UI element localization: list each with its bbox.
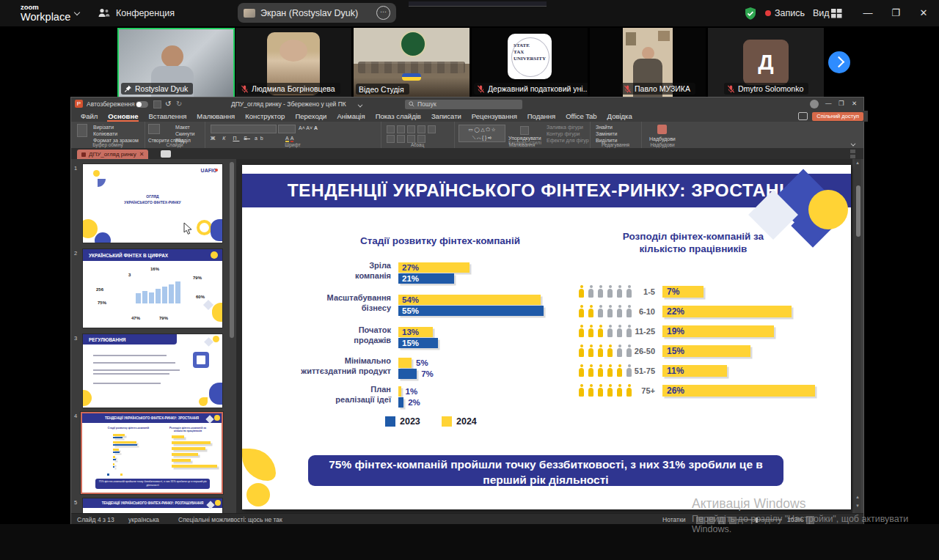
font-color-buttons[interactable]: A A [285,135,293,141]
grow-font-button[interactable]: A˄ A˅ 𝐀 [299,125,318,131]
close-button[interactable]: ✕ [913,7,935,18]
tab-animations[interactable]: Анімація [332,111,370,122]
tab-screen-share[interactable]: Экран (Rostyslav Dyuk) ⋯ [238,3,396,23]
shape-outline-button[interactable]: Контур фігури [547,130,580,137]
zoom-slider[interactable] [735,519,782,520]
redo-icon[interactable]: ↻ [176,100,182,108]
zoom-percentage[interactable]: 103% [787,516,803,523]
video-tile-pavlo[interactable]: Павло МУЗИКА [590,28,706,97]
tab-slideshow[interactable]: Показ слайдів [370,111,426,122]
tab-review[interactable]: Рецензування [467,111,522,122]
tab-design[interactable]: Конструктор [240,111,290,122]
save-icon[interactable] [153,100,161,108]
tab-office-tab[interactable]: Office Tab [560,111,602,122]
view-button[interactable]: Вид [813,8,830,18]
video-tile-liudmyla[interactable]: Людмила Богріновцева [235,28,351,97]
slide-number: 4 [74,413,77,419]
video-tile-studio[interactable]: Відео Студія [354,28,470,97]
slide-thumbnail-1[interactable]: UAFIC ОГЛЯД УКРАЇНСЬКОГО ФІНТЕХ-РИНКУ [83,164,222,243]
tab-file[interactable]: Файл [76,111,103,122]
workspace-chevron-down-icon[interactable] [74,10,80,15]
tab-draw[interactable]: Малювання [191,111,240,122]
reset-button[interactable]: Скинути [175,130,195,137]
video-tile-tax-university[interactable]: STATETAXUNIVERSITY Державний податковий … [472,28,588,97]
accessibility-status[interactable]: Спеціальні можливості: щось не так [178,516,282,523]
copy-button[interactable]: Копіювати [93,130,117,137]
cut-button[interactable]: Вирізати [93,124,114,130]
tab-home[interactable]: Основне [103,111,143,122]
recording-label[interactable]: Запись [775,8,805,18]
tab-transitions[interactable]: Переходи [290,111,332,122]
tab-view[interactable]: Подання [522,111,560,122]
title-chevron-down-icon[interactable] [358,103,362,107]
ppt-minimize-button[interactable]: — [825,100,832,107]
tab-record[interactable]: Записати [426,111,467,122]
shape-fill-button[interactable]: Заливка фігури [547,124,583,130]
autosave-toggle[interactable] [136,101,148,108]
background-window-sliver [409,1,547,7]
panel-scrollbar[interactable] [230,162,234,338]
video-tile-dmytro[interactable]: Д Dmytro Solomonko [708,28,824,97]
restore-button[interactable]: ❐ [885,7,907,18]
font-name-select[interactable] [211,125,277,133]
tab-options-ellipsis-icon[interactable]: ⋯ [376,6,390,20]
font-style-buttons[interactable]: Ж К П S ab [211,135,266,141]
ppt-close-button[interactable]: ✕ [852,100,857,107]
stat: 75% [98,301,106,305]
person-icon [578,384,585,397]
ppt-status-bar: Слайд 4 з 13 українська Спеціальні можли… [71,513,863,525]
group-label: Абзац [381,142,454,147]
slide-thumbnail-5[interactable]: ТЕНДЕНЦІЇ УКРАЇНСЬКОГО ФІНТЕХ-РИНКУ: РОЗ… [83,498,222,513]
security-shield-icon[interactable] [744,7,757,21]
thumb5-title: ТЕНДЕНЦІЇ УКРАЇНСЬКОГО ФІНТЕХ-РИНКУ: РОЗ… [83,498,222,508]
account-avatar[interactable] [810,100,819,108]
tab-conference[interactable]: Конференция [116,8,175,18]
logo-dot [215,169,218,172]
prev-slide-button[interactable]: ▲ [855,495,860,499]
replace-button[interactable]: Замінити [596,130,617,137]
list-buttons[interactable] [387,125,436,133]
ribbon-collapse-icon[interactable] [851,141,855,146]
document-tab[interactable]: ДПУ_огляд ринку ✕ [77,150,148,159]
addins-button[interactable]: Надбудови [649,136,676,142]
next-participants-button[interactable] [828,51,850,73]
bar-value-label: 22% [667,306,684,317]
ppt-restore-button[interactable]: ❐ [838,100,844,107]
view-grid-icon[interactable] [831,9,842,18]
canvas-scrollbar[interactable]: ▲ ▲ ▼ [855,159,861,513]
next-slide-button[interactable]: ▼ [855,504,860,508]
paste-button[interactable] [76,124,89,140]
ribbon-group-slides: Створити слайд Макет Скинути Розділ Слай… [145,122,205,148]
tab-help[interactable]: Довідка [602,111,637,122]
share-button[interactable]: Спільний доступ [812,112,863,121]
wall-frame [658,31,670,41]
minimize-button[interactable]: — [857,7,879,18]
new-tab-button[interactable] [161,150,171,158]
mini-legend-2023 [107,474,109,476]
language-indicator[interactable]: українська [128,516,159,523]
scroll-down-button[interactable] [850,155,855,158]
decor-circle [211,251,218,259]
search-box[interactable]: Пошук [405,100,522,109]
slide-thumbnail-3[interactable]: РЕГУЛЮВАННЯ [83,334,222,408]
decor-circle [213,336,219,342]
font-size-select[interactable] [278,125,296,133]
slide-thumbnail-2[interactable]: УКРАЇНСЬКИЙ ФІНТЕХ В ЦИФРАХ 256 3 16% 79… [83,249,222,328]
scroll-up-arrow[interactable]: ▲ [855,161,860,165]
addins-icon[interactable] [657,125,667,134]
slide-thumbnail-4-selected[interactable]: ТЕНДЕНЦІЇ УКРАЇНСЬКОГО ФІНТЕХ-РИНКУ: ЗРО… [81,412,223,494]
find-button[interactable]: Знайти [596,124,613,130]
comments-icon[interactable] [798,112,808,120]
layout-button[interactable]: Макет [175,124,190,130]
scroll-up-button[interactable] [850,150,855,153]
tab-insert[interactable]: Вставлення [143,111,191,122]
fit-slide-button[interactable] [806,516,814,524]
view-mode-buttons[interactable] [696,517,737,524]
video-tile-rostyslav[interactable]: Rostyslav Dyuk [117,28,235,98]
scrollbar-thumb[interactable] [856,185,861,237]
undo-icon[interactable]: ↺ [165,100,171,108]
document-tab-close-icon[interactable]: ✕ [139,151,145,158]
ribbon-group-font: A˄ A˅ 𝐀 Ж К П S ab A A Шрифт [205,122,381,148]
notes-button[interactable]: Нотатки [662,516,685,523]
shapes-gallery[interactable]: ▭ ◯ △ ⬠ ☆⟍ ⌒ { } ⇨ [458,125,505,142]
